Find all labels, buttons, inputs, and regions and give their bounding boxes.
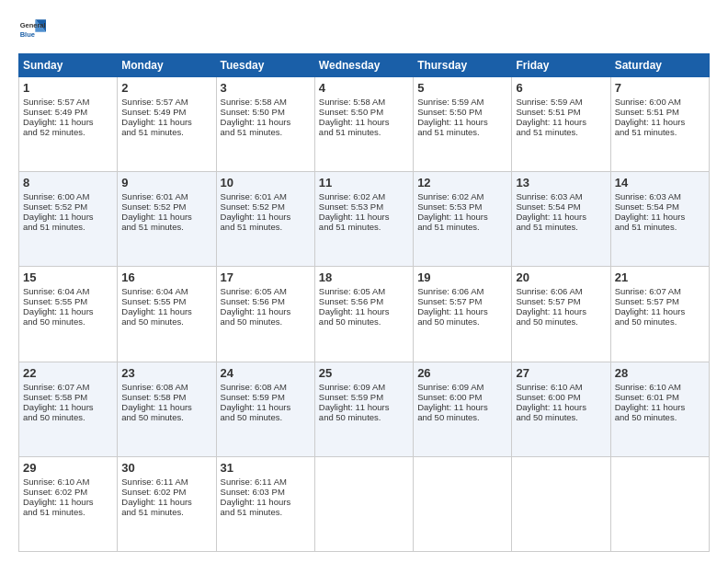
day-info-line: and 51 minutes. (221, 127, 311, 137)
day-cell-8: 8Sunrise: 6:00 AMSunset: 5:52 PMDaylight… (19, 172, 118, 267)
day-number: 28 (615, 366, 705, 380)
day-info-line: and 51 minutes. (23, 507, 113, 517)
day-cell-3: 3Sunrise: 5:58 AMSunset: 5:50 PMDaylight… (216, 77, 314, 172)
day-number: 7 (615, 81, 705, 95)
day-cell-31: 31Sunrise: 6:11 AMSunset: 6:03 PMDayligh… (216, 456, 314, 551)
day-info-line: Daylight: 11 hours (121, 402, 211, 412)
day-number: 31 (221, 461, 311, 475)
day-number: 22 (23, 366, 113, 380)
day-info-line: Sunset: 5:51 PM (615, 107, 705, 117)
day-cell-19: 19Sunrise: 6:06 AMSunset: 5:57 PMDayligh… (414, 267, 512, 362)
day-info-line: Daylight: 11 hours (516, 402, 606, 412)
day-info-line: Sunrise: 6:04 AM (121, 286, 211, 296)
day-info-line: and 51 minutes. (319, 222, 409, 232)
day-info-line: Sunset: 5:56 PM (319, 296, 409, 306)
day-info-line: and 51 minutes. (121, 222, 211, 232)
day-cell-29: 29Sunrise: 6:10 AMSunset: 6:02 PMDayligh… (19, 456, 118, 551)
day-info-line: Sunset: 5:57 PM (417, 296, 507, 306)
day-info-line: Sunset: 6:03 PM (221, 487, 311, 497)
day-info-line: Daylight: 11 hours (516, 212, 606, 222)
day-number: 19 (417, 270, 507, 284)
day-info-line: Daylight: 11 hours (319, 117, 409, 127)
day-info-line: Sunset: 5:57 PM (516, 296, 606, 306)
day-number: 18 (319, 270, 409, 284)
day-number: 26 (417, 366, 507, 380)
header: General Blue (18, 17, 710, 44)
day-cell-7: 7Sunrise: 6:00 AMSunset: 5:51 PMDaylight… (610, 77, 709, 172)
day-info-line: Daylight: 11 hours (319, 212, 409, 222)
day-info-line: Daylight: 11 hours (615, 117, 705, 127)
day-info-line: and 51 minutes. (221, 507, 311, 517)
day-number: 16 (121, 270, 211, 284)
day-number: 13 (516, 176, 606, 190)
day-number: 3 (221, 81, 311, 95)
day-number: 24 (221, 366, 311, 380)
day-cell-18: 18Sunrise: 6:05 AMSunset: 5:56 PMDayligh… (314, 267, 413, 362)
day-info-line: and 50 minutes. (319, 412, 409, 422)
day-info-line: Sunset: 5:54 PM (516, 201, 606, 212)
day-info-line: Daylight: 11 hours (319, 306, 409, 316)
day-info-line: Sunset: 6:02 PM (23, 487, 113, 497)
day-cell-22: 22Sunrise: 6:07 AMSunset: 5:58 PMDayligh… (19, 362, 118, 456)
day-info-line: Sunset: 5:50 PM (417, 107, 507, 117)
day-info-line: Sunrise: 6:02 AM (417, 191, 507, 201)
day-info-line: Sunset: 6:00 PM (417, 392, 507, 402)
day-cell-11: 11Sunrise: 6:02 AMSunset: 5:53 PMDayligh… (314, 172, 413, 267)
day-info-line: and 52 minutes. (23, 127, 113, 137)
calendar-table: SundayMondayTuesdayWednesdayThursdayFrid… (18, 53, 710, 552)
day-info-line: Sunset: 5:58 PM (23, 392, 113, 402)
day-number: 5 (417, 81, 507, 95)
day-cell-13: 13Sunrise: 6:03 AMSunset: 5:54 PMDayligh… (512, 172, 610, 267)
day-cell-20: 20Sunrise: 6:06 AMSunset: 5:57 PMDayligh… (512, 267, 610, 362)
day-info-line: Sunrise: 6:10 AM (516, 382, 606, 392)
col-header-friday: Friday (512, 54, 610, 77)
day-info-line: Sunrise: 6:03 AM (516, 191, 606, 201)
day-number: 21 (615, 270, 705, 284)
day-cell-5: 5Sunrise: 5:59 AMSunset: 5:50 PMDaylight… (414, 77, 512, 172)
day-info-line: Sunset: 5:59 PM (221, 392, 311, 402)
day-info-line: and 50 minutes. (516, 412, 606, 422)
col-header-thursday: Thursday (414, 54, 512, 77)
day-info-line: Sunrise: 6:01 AM (121, 191, 211, 201)
day-info-line: Sunset: 6:01 PM (615, 392, 705, 402)
day-cell-9: 9Sunrise: 6:01 AMSunset: 5:52 PMDaylight… (118, 172, 216, 267)
day-cell-27: 27Sunrise: 6:10 AMSunset: 6:00 PMDayligh… (512, 362, 610, 456)
day-info-line: and 51 minutes. (516, 127, 606, 137)
day-cell-4: 4Sunrise: 5:58 AMSunset: 5:50 PMDaylight… (314, 77, 413, 172)
day-info-line: Sunset: 5:53 PM (319, 201, 409, 212)
page: General Blue SundayMondayTuesdayWednesda… (0, 0, 728, 563)
day-info-line: Sunset: 5:49 PM (23, 107, 113, 117)
svg-text:General: General (20, 21, 46, 29)
day-info-line: Sunset: 5:52 PM (221, 201, 311, 212)
day-info-line: Sunrise: 6:07 AM (615, 286, 705, 296)
day-info-line: and 51 minutes. (319, 127, 409, 137)
day-number: 4 (319, 81, 409, 95)
day-number: 23 (121, 366, 211, 380)
day-number: 2 (121, 81, 211, 95)
day-info-line: Daylight: 11 hours (319, 402, 409, 412)
day-info-line: Sunset: 5:50 PM (221, 107, 311, 117)
day-info-line: Daylight: 11 hours (121, 117, 211, 127)
day-info-line: and 51 minutes. (615, 127, 705, 137)
day-info-line: Sunrise: 5:58 AM (221, 97, 311, 107)
day-info-line: Sunset: 5:53 PM (417, 201, 507, 212)
day-info-line: Sunset: 5:51 PM (516, 107, 606, 117)
day-info-line: and 50 minutes. (319, 316, 409, 327)
day-cell-1: 1Sunrise: 5:57 AMSunset: 5:49 PMDaylight… (19, 77, 118, 172)
day-number: 6 (516, 81, 606, 95)
day-number: 11 (319, 176, 409, 190)
empty-cell (314, 456, 413, 551)
day-number: 17 (221, 270, 311, 284)
day-info-line: Daylight: 11 hours (23, 497, 113, 507)
day-info-line: Daylight: 11 hours (23, 212, 113, 222)
day-info-line: Sunset: 5:58 PM (121, 392, 211, 402)
day-info-line: Sunrise: 6:05 AM (221, 286, 311, 296)
day-cell-26: 26Sunrise: 6:09 AMSunset: 6:00 PMDayligh… (414, 362, 512, 456)
day-info-line: Sunrise: 5:59 AM (516, 97, 606, 107)
day-cell-12: 12Sunrise: 6:02 AMSunset: 5:53 PMDayligh… (414, 172, 512, 267)
day-info-line: Sunset: 5:52 PM (23, 201, 113, 212)
day-number: 30 (121, 461, 211, 475)
day-info-line: Daylight: 11 hours (121, 212, 211, 222)
col-header-saturday: Saturday (610, 54, 709, 77)
day-info-line: Sunset: 5:49 PM (121, 107, 211, 117)
